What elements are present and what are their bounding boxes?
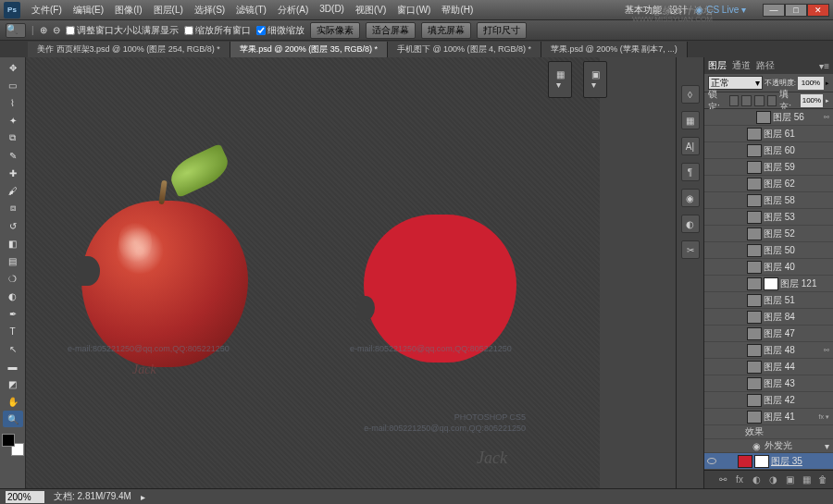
styles-panel-icon[interactable]: ◐: [681, 215, 700, 233]
wand-tool[interactable]: ✦: [3, 112, 23, 129]
zoom-out-icon[interactable]: ⊖: [53, 25, 60, 35]
lock-transparency-icon[interactable]: [729, 95, 740, 106]
type-tool[interactable]: T: [3, 323, 23, 339]
menu-选择[interactable]: 选择(S): [189, 4, 230, 17]
tab-layers[interactable]: 图层: [708, 59, 727, 72]
fill-screen-button[interactable]: 填充屏幕: [421, 22, 471, 39]
layer-effect-row[interactable]: 效果: [704, 425, 833, 439]
canvas-area[interactable]: Jack Jack e-mail:805221250@qq.com,QQ:805…: [26, 57, 676, 488]
pen-tool[interactable]: ✒: [3, 305, 23, 322]
document-tab[interactable]: 苹果.psd @ 200% (苹果 副本7, ...): [541, 42, 688, 57]
document-tab[interactable]: 手机图下 @ 100% (图层 4, RGB/8) *: [388, 42, 541, 57]
swatches-panel-icon[interactable]: ◉: [681, 189, 700, 207]
visibility-toggle[interactable]: [706, 262, 717, 273]
layer-row[interactable]: 图层 62: [704, 176, 833, 192]
brush-tool[interactable]: 🖌: [3, 182, 23, 199]
tab-channels[interactable]: 通道: [732, 59, 751, 72]
path-tool[interactable]: ↖: [3, 340, 23, 357]
visibility-toggle[interactable]: [706, 278, 717, 289]
zoom-level-input[interactable]: 200%: [6, 491, 44, 503]
layer-row[interactable]: 图层 35: [704, 453, 833, 470]
layer-row[interactable]: 图层 42: [704, 392, 833, 409]
visibility-toggle[interactable]: [706, 395, 717, 406]
menu-分析[interactable]: 分析(A): [272, 4, 314, 17]
char-panel-icon[interactable]: A|: [681, 137, 700, 155]
visibility-toggle[interactable]: [706, 295, 717, 306]
history-panel-icon[interactable]: ◊: [681, 85, 700, 104]
window-close[interactable]: ✕: [807, 4, 829, 17]
link-layers-icon[interactable]: ⚯: [716, 473, 729, 486]
3d-tool[interactable]: ◩: [3, 375, 23, 392]
layer-row[interactable]: 图层 48⚯: [704, 342, 833, 359]
menu-窗口[interactable]: 窗口(W): [392, 4, 436, 17]
layer-row[interactable]: 图层 40: [704, 259, 833, 276]
window-minimize[interactable]: —: [763, 4, 785, 17]
layers-list[interactable]: 图层 56⚯图层 61图层 60图层 59图层 62图层 58图层 53图层 5…: [704, 109, 833, 470]
lock-all-icon[interactable]: [767, 95, 777, 106]
stamp-tool[interactable]: ⧈: [3, 200, 23, 216]
menu-图层[interactable]: 图层(L): [148, 4, 189, 17]
lock-pixels-icon[interactable]: [741, 95, 752, 106]
marquee-tool[interactable]: ▭: [3, 77, 23, 93]
visibility-toggle[interactable]: [706, 228, 717, 240]
layer-row[interactable]: 图层 56⚯: [704, 109, 833, 126]
scrubby-zoom-checkbox[interactable]: 细微缩放: [256, 24, 305, 37]
layer-row[interactable]: 图层 53: [704, 209, 833, 226]
visibility-toggle[interactable]: [706, 362, 717, 373]
document-tab[interactable]: 苹果.psd @ 200% (图层 35, RGB/8) *: [230, 42, 388, 57]
layer-row[interactable]: 图层 43: [704, 375, 833, 392]
document-tab[interactable]: 美作 西页框架3.psd @ 100% (图层 254, RGB/8) *: [28, 42, 230, 57]
actual-pixels-button[interactable]: 实际像素: [310, 22, 360, 39]
visibility-toggle[interactable]: [706, 212, 717, 223]
document-canvas[interactable]: Jack Jack e-mail:805221250@qq.com,QQ:805…: [26, 57, 600, 488]
visibility-toggle[interactable]: [706, 345, 717, 356]
layer-row[interactable]: 图层 47: [704, 326, 833, 342]
print-size-button[interactable]: 打印尺寸: [477, 22, 527, 39]
panel-menu-icon[interactable]: ▾≡: [819, 61, 829, 71]
history-brush-tool[interactable]: ↺: [3, 217, 23, 234]
healing-tool[interactable]: ✚: [3, 165, 23, 181]
menu-帮助[interactable]: 帮助(H): [436, 4, 479, 17]
float-panel-arrange[interactable]: ▦▾: [548, 61, 572, 98]
layer-row[interactable]: 图层 60: [704, 142, 833, 159]
lock-position-icon[interactable]: [754, 95, 765, 106]
adjustment-layer-icon[interactable]: ◑: [766, 473, 779, 486]
menu-视图[interactable]: 视图(V): [350, 4, 392, 17]
opacity-input[interactable]: 100%: [798, 77, 824, 90]
brush-panel-icon[interactable]: ✂: [681, 240, 700, 259]
foreground-color[interactable]: [2, 434, 15, 447]
lasso-tool[interactable]: ⌇: [3, 94, 23, 111]
color-panel-icon[interactable]: ▦: [681, 111, 700, 129]
shape-tool[interactable]: ▬: [3, 358, 23, 375]
menu-3D[interactable]: 3D(D): [314, 4, 350, 17]
visibility-toggle[interactable]: [706, 412, 717, 423]
blur-tool[interactable]: ❍: [3, 270, 23, 287]
visibility-toggle[interactable]: [706, 162, 717, 173]
layer-effect-row[interactable]: ◉外发光▾: [704, 439, 833, 453]
visibility-toggle[interactable]: [706, 112, 717, 123]
delete-layer-icon[interactable]: 🗑: [816, 473, 829, 486]
eraser-tool[interactable]: ◧: [3, 235, 23, 252]
gradient-tool[interactable]: ▤: [3, 252, 23, 269]
menu-编辑[interactable]: 编辑(E): [68, 4, 109, 17]
visibility-toggle[interactable]: [706, 245, 717, 256]
menu-文件[interactable]: 文件(F): [26, 4, 68, 17]
visibility-toggle[interactable]: [706, 456, 717, 467]
layer-row[interactable]: 图层 61: [704, 126, 833, 142]
visibility-toggle[interactable]: [706, 378, 717, 389]
new-group-icon[interactable]: ▣: [783, 473, 796, 486]
visibility-toggle[interactable]: [706, 178, 717, 190]
visibility-toggle[interactable]: [706, 312, 717, 323]
tab-paths[interactable]: 路径: [756, 59, 775, 72]
move-tool[interactable]: ✥: [3, 59, 23, 76]
resize-window-checkbox[interactable]: 调整窗口大小以满屏显示: [66, 24, 179, 37]
layer-row[interactable]: 图层 121: [704, 276, 833, 292]
color-swatches[interactable]: [2, 434, 24, 456]
zoom-tool[interactable]: 🔍: [3, 411, 23, 427]
layer-row[interactable]: 图层 50: [704, 242, 833, 259]
fill-input[interactable]: 100%: [801, 94, 823, 107]
window-maximize[interactable]: □: [785, 4, 807, 17]
menu-滤镜[interactable]: 滤镜(T): [230, 4, 272, 17]
float-panel-screen[interactable]: ▣▾: [583, 61, 607, 98]
layer-row[interactable]: 图层 41fx ▾: [704, 409, 833, 425]
